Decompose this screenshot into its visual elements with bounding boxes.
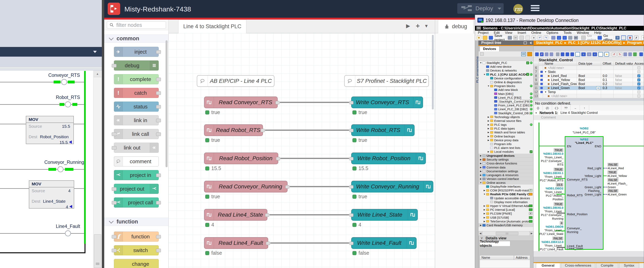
chevron-down-icon[interactable] [93,51,97,53]
tree-row[interactable]: ▶Technology objects [478,115,534,119]
new-project-icon[interactable]: ✱ [477,36,481,40]
tree-filter-icon[interactable] [480,52,484,56]
flow-canvas[interactable]: AB EIP/CIP - Line 4 PLC S7 Profinet - St… [168,33,435,268]
palette-scrollbar[interactable] [166,40,168,167]
tree-row[interactable]: Devices & networks [478,68,534,72]
table-row[interactable]: 13 <Add new> [534,94,644,98]
tab-devices[interactable]: Devices [480,46,500,51]
tree-view-icon[interactable] [521,52,526,56]
pin-line4-fault[interactable]: Line4_Fault [567,244,583,248]
tree-row[interactable]: Main [OB1] [478,92,534,96]
accessible-checkbox[interactable]: ✓ [637,74,640,77]
hscroll-thumb[interactable]: |||| [496,232,518,235]
read-node[interactable]: Read Robot_Position [204,153,278,164]
insert-row-icon[interactable] [535,52,539,56]
pin-green-light[interactable]: Green_Light [584,185,601,189]
operand-line4-flash-green[interactable]: FALSE #Line4_Flash_ Green [608,178,644,189]
read-node[interactable]: Read Conveyor_Running [204,181,288,192]
open-project-icon[interactable] [483,36,487,40]
accessible-checkbox[interactable]: ✓ [637,86,640,89]
tree-row[interactable]: Display more information [478,200,534,204]
pin-flashing-green-light-2[interactable]: Green_Light [584,193,601,196]
output-port[interactable] [156,235,161,239]
tab-compile[interactable]: Compile [596,263,618,268]
split-h-icon[interactable] [566,52,569,56]
input-port[interactable] [350,129,354,132]
scroll-left-icon[interactable]: ◀ [478,231,482,235]
menu-options[interactable]: Options [546,31,558,35]
tree-row[interactable]: ▼Stacklight_PLC✓ [478,61,534,65]
empty-box-button[interactable]: ?? [561,105,570,111]
window-split-icon[interactable] [621,35,626,40]
download-block-icon[interactable]: ± [581,52,586,56]
read-node[interactable]: Read Robot_RTS [204,124,263,136]
tree-row[interactable]: ▶TeleService [Automatic protoco... [478,220,534,223]
tree-row[interactable]: Line4_PLC [FB2] [478,96,534,100]
output-port[interactable] [156,249,161,252]
pin-conveyor-rts[interactable]: Conveyor_RTS [567,178,588,181]
delete-row-icon[interactable]: ✗ [540,52,544,56]
output-port[interactable] [156,174,161,177]
search-project-input[interactable]: <Sear [642,36,644,40]
tree-row[interactable]: ▼PLC_1 [CPU 1212C AC/DC/Rly]✓ [478,72,534,76]
tree-row[interactable]: Program info [478,142,534,146]
save-icon[interactable] [489,36,493,40]
output-port[interactable] [276,101,280,104]
details-col-name[interactable]: Name [480,255,514,260]
tree-row[interactable]: ▶Watch and force tables [478,130,534,134]
download-icon[interactable]: ↓ [557,36,561,40]
tree-row[interactable]: ▶Local modules✓ [478,150,534,154]
upload-block-icon[interactable]: ± [587,52,592,56]
pin-robot-rts[interactable]: Robot_RTS [567,193,583,197]
output-port[interactable] [276,157,280,160]
stop-cpu-icon[interactable]: RT [574,36,578,40]
palette-node-status[interactable]: status [114,102,159,112]
tab-syntax[interactable]: Syntax [619,263,639,268]
col-offset[interactable]: Offset [601,62,614,66]
accept-icon[interactable] [633,52,637,56]
breadcrumb-plc[interactable]: PLC_1 [CPU 1212C AC/DC/Rly] [568,41,622,45]
wire[interactable] [270,243,349,244]
network-canvas[interactable]: %DB2 "Line4_PLC_DB" %FB2 "Line4_PLC" EN … [534,120,644,251]
input-port[interactable] [112,187,116,191]
add-flow-icon[interactable]: + [416,22,420,30]
add-row-above-icon[interactable] [545,52,548,56]
input-port[interactable] [112,249,116,252]
compile-icon[interactable] [551,36,556,40]
palette-node-function[interactable]: f function [114,232,159,242]
splitter-bar-2[interactable] [0,69,102,70]
table-row[interactable]: 9 Line4_Yellow Bool 0.1 false ✓ [534,78,644,82]
tree-row[interactable]: ▶Common data [478,165,534,169]
menu-project[interactable]: Project [478,31,488,35]
read-node[interactable]: Read Line4_State [204,209,267,221]
tab-general[interactable]: General [536,263,560,268]
pin-flashing-green-light[interactable]: Flashing_ [588,189,601,192]
tree-row[interactable]: ▶Version control interface [478,177,534,181]
tree-row[interactable]: ▶Hyper-V Virtual Ethernet Adapter [478,204,534,208]
search-input[interactable]: filter nodes [107,21,166,29]
tree-row[interactable]: ▶PLC data types [478,127,534,130]
scroll-up-icon[interactable]: ▲ [94,70,102,77]
pin-red-light[interactable]: Red_Light [588,166,601,170]
write-node[interactable]: Write Line4_State [351,209,418,221]
operand-robot-rts[interactable]: TRUE %DB1.DBX0.1 "From_Line4_ PLC".Robot… [534,168,563,182]
operand-robot-position[interactable]: 15.5 %DB1.DBD2 "From_Line4_ PLC".Robot_ … [534,183,563,201]
network-header[interactable]: ▼ Network 1: Line 4 Stacklight Control [534,111,644,115]
details-col-address[interactable]: Address [514,255,530,260]
tree-row[interactable]: ▶Documentation settings [478,169,534,173]
open-branch-button[interactable]: → [570,105,580,111]
tree-hscrollbar[interactable]: ◀ |||| ▶ [478,231,534,235]
operand-line4-green[interactable]: FALSE #Line4_Green [608,189,644,196]
col-accessible[interactable]: Accessible f... [633,62,644,66]
output-port[interactable] [285,185,289,189]
output-port[interactable] [156,50,161,54]
datatype-picker-button[interactable]: ▤ [596,86,600,90]
tree-row[interactable]: ▶PLCSIM [PN/IE]✗ [478,212,534,215]
tree-expand-all-icon[interactable] [527,52,532,56]
palette-node-project-out[interactable]: project out [114,184,159,194]
collapse-pane-icon[interactable] [530,41,532,44]
deploy-button[interactable]: Deploy [457,3,504,14]
flow-list-caret-icon[interactable]: ▾ [425,23,428,29]
start-cpu-icon[interactable] [568,36,572,40]
tree-row[interactable]: ▶PLC tags [478,123,534,127]
